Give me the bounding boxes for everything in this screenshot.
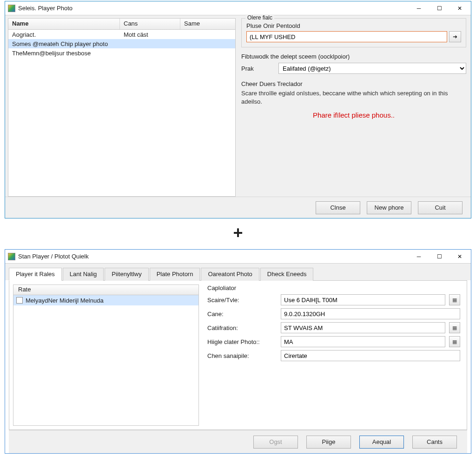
qr-icon[interactable]: ▦	[449, 294, 460, 305]
scare-input[interactable]	[281, 294, 445, 305]
titlebar[interactable]: Stan Player / Plotot Quielk ─ ☐ ✕	[5, 250, 471, 264]
list-row[interactable]: Aogriact. Mott cäst	[8, 30, 235, 39]
group-olere-fialc: Olere fialc Pluse Onir Pentoold ➜	[241, 18, 466, 47]
cane-input[interactable]	[281, 308, 460, 319]
minimize-button[interactable]: ─	[409, 2, 429, 15]
arrow-right-icon: ➜	[453, 33, 457, 40]
window-title: Seleis. Player Photo	[18, 5, 409, 12]
dialog-footer: Clnse New phore Cuit	[5, 197, 471, 218]
close-button[interactable]: ✕	[450, 250, 470, 263]
close-button[interactable]: Clnse	[316, 201, 360, 214]
scare-label: Scaire/Tvle:	[207, 297, 277, 304]
tab-strip: Player it Rales Lant Nalig Piitenyltlwy …	[5, 264, 471, 280]
window-title: Stan Player / Plotot Quielk	[18, 253, 409, 260]
rate-row[interactable]: MelyaydNer Miderijl Melnuda	[13, 295, 198, 305]
col-same[interactable]: Same	[180, 19, 235, 29]
tab-oareatont-photo[interactable]: Oareatont Photo	[201, 268, 259, 281]
qr-icon[interactable]: ▦	[449, 336, 460, 347]
field-label: Pluse Onir Pentoold	[246, 22, 461, 29]
chen-input[interactable]	[281, 350, 460, 361]
dialog-footer: Ogst Piige Aequal Cants	[9, 430, 467, 453]
tab-player-rales[interactable]: Player it Rales	[9, 268, 62, 281]
pentoold-input[interactable]	[246, 31, 447, 42]
plus-icon: +	[0, 223, 476, 243]
titlebar[interactable]: Seleis. Player Photo ─ ☐ ✕	[5, 1, 471, 15]
caploliator-panel: Caploliator Scaire/Tvle: ▦ Cane: Catiifr…	[205, 284, 463, 426]
cat-input[interactable]	[281, 322, 445, 333]
tab-pitenyltlwy[interactable]: Piitenyltlwy	[105, 268, 148, 281]
tab-client: Rate MelyaydNer Miderijl Melnuda Caploli…	[9, 280, 467, 430]
prak-combobox[interactable]: Ealifated (@igetz)	[278, 63, 466, 74]
tab-dheck-eneeds[interactable]: Dheck Eneeds	[260, 268, 314, 281]
col-name[interactable]: Name	[8, 19, 120, 29]
prak-label: Prak	[241, 65, 274, 72]
aequal-button[interactable]: Aequal	[359, 436, 404, 449]
list-header: Name Cans Same	[8, 19, 235, 30]
cat-label: Catiifration:	[207, 324, 277, 331]
section-title: Cheer Duers Treclador	[241, 80, 466, 87]
rate-list[interactable]: Rate MelyaydNer Miderijl Melnuda	[13, 284, 199, 426]
warning-text: Phare ifïlect pliese phous..	[241, 111, 466, 119]
player-list[interactable]: Name Cans Same Aogriact. Mott cäst Somes…	[8, 18, 236, 197]
rate-item-label: MelyaydNer Miderijl Melnuda	[26, 297, 104, 304]
rate-checkbox[interactable]	[16, 297, 23, 304]
window-select-player-photo: Seleis. Player Photo ─ ☐ ✕ Name Cans Sam…	[5, 1, 471, 218]
maximize-button[interactable]: ☐	[429, 2, 450, 15]
group-legend: Olere fialc	[245, 14, 274, 21]
list-row[interactable]: TheMemn@belijsur thesbose	[8, 48, 235, 58]
tab-plate-photorn[interactable]: Plate Photorn	[150, 268, 200, 281]
section-title: Fibtuwodk the delept sceem (oocklpoior)	[241, 53, 466, 60]
window-stan-player: Stan Player / Plotot Quielk ─ ☐ ✕ Player…	[5, 249, 471, 454]
app-icon	[8, 5, 15, 12]
rate-header[interactable]: Rate	[13, 285, 198, 295]
cants-button[interactable]: Cants	[412, 436, 457, 449]
pige-button[interactable]: Piige	[306, 436, 351, 449]
minimize-button[interactable]: ─	[409, 250, 429, 263]
hig-label: Hiigle clater Photo::	[207, 338, 277, 345]
cuit-button[interactable]: Cuit	[418, 201, 463, 214]
app-icon	[8, 253, 15, 260]
maximize-button[interactable]: ☐	[429, 250, 450, 263]
description-text: Scare throïlle egiald onïstues, beccane …	[241, 89, 466, 106]
go-arrow-button[interactable]: ➜	[449, 31, 461, 42]
cane-label: Cane:	[207, 311, 277, 317]
new-phore-button[interactable]: New phore	[367, 201, 411, 214]
col-cans[interactable]: Cans	[120, 19, 180, 29]
hig-input[interactable]	[281, 336, 445, 347]
chen-label: Chen sanaipile:	[207, 352, 277, 359]
list-row[interactable]: Somes @meateh Chip player photo	[8, 39, 235, 48]
qr-icon[interactable]: ▦	[449, 322, 460, 333]
tab-lant-nalig[interactable]: Lant Nalig	[63, 268, 104, 281]
cap-legend: Caploliator	[207, 284, 460, 291]
ogst-button[interactable]: Ogst	[253, 436, 298, 449]
close-button[interactable]: ✕	[450, 2, 470, 15]
